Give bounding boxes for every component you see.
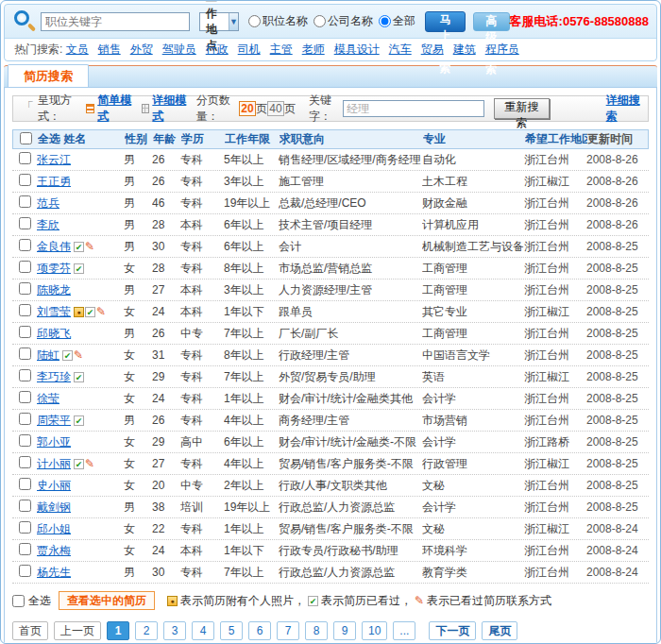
prev-page-button[interactable]: 上一页 (54, 621, 101, 640)
hot-search-link[interactable]: 司机 (238, 42, 261, 56)
row-checkbox[interactable] (19, 434, 31, 447)
row-checkbox[interactable] (19, 369, 31, 381)
candidate-name-link[interactable]: 王正勇 (37, 174, 71, 190)
page-button-4[interactable]: 4 (192, 621, 214, 640)
hot-search-link[interactable]: 驾驶员 (162, 42, 196, 56)
hot-search-link[interactable]: 主管 (270, 42, 293, 56)
radio-input[interactable] (314, 15, 326, 27)
job-keyword-input[interactable] (41, 12, 190, 31)
radio-input[interactable] (379, 15, 391, 27)
candidate-name-link[interactable]: 项雯芬 (37, 261, 71, 277)
scope-radio-全部[interactable]: 全部 (379, 13, 415, 29)
intention-cell: 外贸/贸易专员/助理 (279, 369, 422, 385)
row-checkbox[interactable] (19, 239, 31, 251)
major-cell: 市场营销 (422, 413, 524, 429)
row-checkbox[interactable] (19, 261, 31, 273)
row-checkbox[interactable] (19, 174, 31, 186)
candidate-name-link[interactable]: 徐莹 (37, 391, 59, 407)
hot-search-link[interactable]: 行政 (206, 42, 229, 56)
page-button-10[interactable]: 10 (362, 621, 387, 640)
candidate-name-link[interactable]: 贾永梅 (37, 543, 71, 559)
candidate-name-link[interactable]: 郭小亚 (37, 434, 71, 450)
page-button-9[interactable]: 9 (333, 621, 356, 640)
scope-radio-职位名称[interactable]: 职位名称 (248, 13, 308, 29)
candidate-name-link[interactable]: 邱小姐 (37, 521, 71, 537)
page-button-8[interactable]: 8 (305, 621, 328, 640)
radio-input[interactable] (248, 15, 261, 27)
view-selected-button[interactable]: 查看选中的简历 (59, 591, 155, 610)
years-cell: 4年以上 (224, 456, 279, 472)
scope-radio-公司名称[interactable]: 公司名称 (314, 13, 373, 29)
region-cell: 浙江台州 (524, 413, 586, 429)
detail-search-link[interactable]: 详细搜索 (606, 93, 640, 125)
age-cell: 26 (152, 414, 180, 427)
candidate-name-link[interactable]: 张云江 (37, 152, 71, 168)
row-checkbox[interactable] (19, 391, 31, 403)
first-page-button[interactable]: 首页 (12, 621, 48, 640)
page-size-40-button[interactable]: 40 (267, 101, 284, 116)
row-checkbox[interactable] (19, 152, 31, 164)
simple-mode-link[interactable]: 简单模式 (97, 93, 131, 125)
row-checkbox[interactable] (19, 195, 31, 208)
candidate-name-link[interactable]: 周荣平 (37, 413, 71, 429)
row-checkbox[interactable] (19, 326, 31, 338)
candidate-name-link[interactable]: 计小丽 (37, 456, 71, 472)
page-button-7[interactable]: 7 (277, 621, 299, 640)
candidate-name-link[interactable]: 陆虹 (37, 347, 59, 364)
select-all-checkbox-header[interactable] (20, 132, 32, 144)
candidate-name-link[interactable]: 杨先生 (37, 565, 71, 581)
row-checkbox[interactable] (19, 413, 31, 425)
hot-search-link[interactable]: 外贸 (130, 42, 153, 56)
hot-search-link[interactable]: 程序员 (485, 42, 519, 56)
page-size-20-button[interactable]: 20 (239, 101, 256, 116)
location-select[interactable]: 工作地点 ▼ (199, 12, 239, 31)
ellipsis-button[interactable]: ... (393, 621, 415, 640)
hot-search-link[interactable]: 贸易 (421, 42, 444, 56)
detail-mode-link[interactable]: 详细模式 (152, 93, 186, 125)
row-checkbox[interactable] (19, 304, 31, 316)
date-cell: 2008-8-25 (586, 327, 645, 340)
row-checkbox[interactable] (19, 521, 31, 534)
candidate-name-link[interactable]: 李欣 (37, 217, 59, 233)
next-page-button[interactable]: 下一页 (429, 621, 476, 640)
result-toolbar: 「 呈现方式： 简单模式 详细模式 分页数量： 20页40页 关键字： 重新搜索… (12, 95, 649, 122)
candidate-name-link[interactable]: 金良伟 (37, 239, 71, 255)
hot-search-link[interactable]: 建筑 (453, 42, 476, 56)
candidate-name-link[interactable]: 范兵 (37, 195, 59, 212)
row-checkbox[interactable] (19, 347, 31, 360)
hot-search-link[interactable]: 模具设计 (334, 42, 380, 56)
search-now-button[interactable]: 马上搜索 (425, 11, 466, 32)
page-button-3[interactable]: 3 (163, 621, 186, 640)
candidate-name-link[interactable]: 邱晓飞 (37, 326, 71, 342)
grid-mode-icon (142, 104, 150, 113)
candidate-name-link[interactable]: 李巧珍 (37, 369, 71, 385)
row-checkbox[interactable] (19, 500, 31, 512)
advanced-search-button[interactable]: 高级搜索 (473, 12, 510, 31)
row-checkbox[interactable] (19, 565, 31, 577)
row-checkbox[interactable] (19, 217, 31, 229)
row-checkbox[interactable] (19, 456, 31, 468)
row-checkbox[interactable] (19, 282, 31, 295)
row-checkbox[interactable] (19, 543, 31, 555)
hot-search-link[interactable]: 销售 (98, 42, 121, 56)
page-button-2[interactable]: 2 (135, 621, 158, 640)
page-button-6[interactable]: 6 (248, 621, 271, 640)
candidate-name-link[interactable]: 史小丽 (37, 478, 71, 494)
age-cell: 28 (152, 218, 180, 231)
page-button-1[interactable]: 1 (107, 621, 129, 640)
date-cell: 2008-8-25 (586, 500, 645, 514)
last-page-button[interactable]: 尾页 (482, 621, 517, 640)
hot-search-link[interactable]: 汽车 (389, 42, 412, 56)
keyword-input[interactable] (343, 100, 484, 117)
years-cell: 6年以上 (224, 217, 279, 233)
select-all-checkbox-footer[interactable] (12, 595, 25, 607)
candidate-name-link[interactable]: 陈晓龙 (37, 282, 71, 298)
hot-search-link[interactable]: 文员 (66, 42, 89, 56)
hot-search-link[interactable]: 老师 (302, 42, 325, 56)
tab-resume-search[interactable]: 简历搜索 (8, 64, 89, 87)
candidate-name-link[interactable]: 刘雪莹 (37, 304, 71, 320)
research-button[interactable]: 重新搜索 (494, 98, 549, 119)
page-button-5[interactable]: 5 (220, 621, 243, 640)
candidate-name-link[interactable]: 戴剑钢 (37, 500, 71, 516)
row-checkbox[interactable] (19, 478, 31, 490)
